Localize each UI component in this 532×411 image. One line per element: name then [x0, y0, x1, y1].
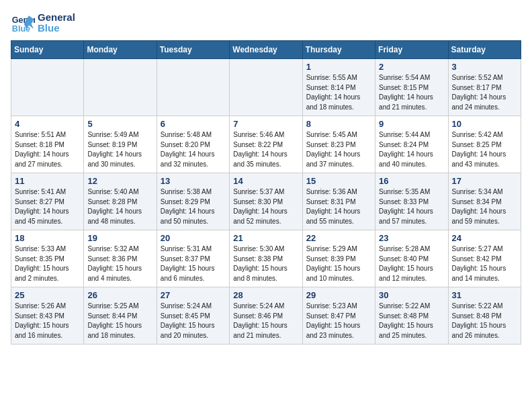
- day-number: 26: [87, 290, 152, 300]
- column-header-thursday: Thursday: [302, 41, 375, 59]
- day-number: 1: [306, 62, 371, 72]
- calendar-cell: 25Sunrise: 5:26 AMSunset: 8:43 PMDayligh…: [11, 287, 84, 345]
- day-info: Sunrise: 5:40 AMSunset: 8:28 PMDaylight:…: [87, 187, 152, 226]
- column-header-monday: Monday: [84, 41, 157, 59]
- day-info: Sunrise: 5:31 AMSunset: 8:37 PMDaylight:…: [161, 244, 226, 283]
- day-number: 11: [15, 176, 80, 186]
- column-header-tuesday: Tuesday: [157, 41, 229, 59]
- calendar-cell: 28Sunrise: 5:24 AMSunset: 8:46 PMDayligh…: [230, 287, 302, 345]
- page-header: General Blue General Blue: [11, 11, 521, 35]
- day-number: 16: [379, 176, 444, 186]
- day-info: Sunrise: 5:24 AMSunset: 8:45 PMDaylight:…: [161, 302, 226, 340]
- logo: General Blue General Blue: [11, 11, 75, 35]
- calendar-cell: 7Sunrise: 5:46 AMSunset: 8:22 PMDaylight…: [230, 116, 302, 173]
- week-row-3: 11Sunrise: 5:41 AMSunset: 8:27 PMDayligh…: [11, 173, 521, 230]
- day-number: 14: [233, 176, 298, 186]
- calendar-cell: 10Sunrise: 5:42 AMSunset: 8:25 PMDayligh…: [448, 116, 521, 173]
- calendar-cell: 8Sunrise: 5:45 AMSunset: 8:23 PMDaylight…: [302, 116, 375, 173]
- day-number: 2: [379, 62, 444, 72]
- calendar-header: SundayMondayTuesdayWednesdayThursdayFrid…: [11, 41, 521, 59]
- day-number: 19: [87, 233, 152, 243]
- week-row-1: 1Sunrise: 5:55 AMSunset: 8:14 PMDaylight…: [11, 59, 521, 116]
- day-number: 21: [233, 233, 298, 243]
- day-number: 18: [15, 233, 80, 243]
- day-number: 29: [306, 290, 371, 300]
- calendar-cell: 27Sunrise: 5:24 AMSunset: 8:45 PMDayligh…: [157, 287, 229, 345]
- calendar-cell: 15Sunrise: 5:36 AMSunset: 8:31 PMDayligh…: [302, 173, 375, 230]
- calendar-cell: 17Sunrise: 5:34 AMSunset: 8:34 PMDayligh…: [448, 173, 521, 230]
- calendar-table: SundayMondayTuesdayWednesdayThursdayFrid…: [11, 40, 521, 345]
- day-info: Sunrise: 5:26 AMSunset: 8:43 PMDaylight:…: [15, 302, 80, 340]
- calendar-cell: 14Sunrise: 5:37 AMSunset: 8:30 PMDayligh…: [230, 173, 302, 230]
- day-number: 9: [379, 119, 444, 129]
- calendar-cell: 12Sunrise: 5:40 AMSunset: 8:28 PMDayligh…: [84, 173, 157, 230]
- day-number: 27: [161, 290, 226, 300]
- day-info: Sunrise: 5:23 AMSunset: 8:47 PMDaylight:…: [306, 302, 371, 340]
- day-info: Sunrise: 5:29 AMSunset: 8:39 PMDaylight:…: [306, 244, 371, 283]
- day-info: Sunrise: 5:38 AMSunset: 8:29 PMDaylight:…: [161, 187, 226, 226]
- day-info: Sunrise: 5:22 AMSunset: 8:48 PMDaylight:…: [379, 302, 444, 340]
- column-header-wednesday: Wednesday: [230, 41, 302, 59]
- week-row-4: 18Sunrise: 5:33 AMSunset: 8:35 PMDayligh…: [11, 230, 521, 287]
- day-number: 25: [15, 290, 80, 300]
- day-info: Sunrise: 5:44 AMSunset: 8:24 PMDaylight:…: [379, 130, 444, 169]
- day-info: Sunrise: 5:24 AMSunset: 8:46 PMDaylight:…: [233, 302, 298, 340]
- column-header-sunday: Sunday: [11, 41, 84, 59]
- calendar-cell: 5Sunrise: 5:49 AMSunset: 8:19 PMDaylight…: [84, 116, 157, 173]
- day-info: Sunrise: 5:28 AMSunset: 8:40 PMDaylight:…: [379, 244, 444, 283]
- day-number: 10: [452, 119, 517, 129]
- day-number: 30: [379, 290, 444, 300]
- day-info: Sunrise: 5:51 AMSunset: 8:18 PMDaylight:…: [15, 130, 80, 169]
- calendar-cell: 1Sunrise: 5:55 AMSunset: 8:14 PMDaylight…: [302, 59, 375, 116]
- day-number: 8: [306, 119, 371, 129]
- day-info: Sunrise: 5:22 AMSunset: 8:48 PMDaylight:…: [452, 302, 517, 340]
- calendar-cell: 26Sunrise: 5:25 AMSunset: 8:44 PMDayligh…: [84, 287, 157, 345]
- logo-icon: General Blue: [11, 11, 35, 35]
- day-number: 22: [306, 233, 371, 243]
- calendar-cell: 22Sunrise: 5:29 AMSunset: 8:39 PMDayligh…: [302, 230, 375, 287]
- day-info: Sunrise: 5:34 AMSunset: 8:34 PMDaylight:…: [452, 187, 517, 226]
- day-info: Sunrise: 5:45 AMSunset: 8:23 PMDaylight:…: [306, 130, 371, 169]
- day-info: Sunrise: 5:35 AMSunset: 8:33 PMDaylight:…: [379, 187, 444, 226]
- calendar-cell: [11, 59, 84, 116]
- calendar-cell: 24Sunrise: 5:27 AMSunset: 8:42 PMDayligh…: [448, 230, 521, 287]
- day-number: 28: [233, 290, 298, 300]
- calendar-cell: 18Sunrise: 5:33 AMSunset: 8:35 PMDayligh…: [11, 230, 84, 287]
- calendar-cell: 13Sunrise: 5:38 AMSunset: 8:29 PMDayligh…: [157, 173, 229, 230]
- day-number: 4: [15, 119, 80, 129]
- day-info: Sunrise: 5:46 AMSunset: 8:22 PMDaylight:…: [233, 130, 298, 169]
- day-info: Sunrise: 5:36 AMSunset: 8:31 PMDaylight:…: [306, 187, 371, 226]
- calendar-cell: 29Sunrise: 5:23 AMSunset: 8:47 PMDayligh…: [302, 287, 375, 345]
- day-number: 17: [452, 176, 517, 186]
- day-info: Sunrise: 5:54 AMSunset: 8:15 PMDaylight:…: [379, 73, 444, 112]
- calendar-cell: 11Sunrise: 5:41 AMSunset: 8:27 PMDayligh…: [11, 173, 84, 230]
- day-info: Sunrise: 5:52 AMSunset: 8:17 PMDaylight:…: [452, 73, 517, 112]
- day-info: Sunrise: 5:49 AMSunset: 8:19 PMDaylight:…: [87, 130, 152, 169]
- calendar-cell: 19Sunrise: 5:32 AMSunset: 8:36 PMDayligh…: [84, 230, 157, 287]
- calendar-cell: [157, 59, 229, 116]
- day-number: 23: [379, 233, 444, 243]
- day-info: Sunrise: 5:25 AMSunset: 8:44 PMDaylight:…: [87, 302, 152, 340]
- calendar-cell: 30Sunrise: 5:22 AMSunset: 8:48 PMDayligh…: [375, 287, 448, 345]
- day-number: 15: [306, 176, 371, 186]
- day-number: 6: [161, 119, 226, 129]
- calendar-cell: [84, 59, 157, 116]
- day-info: Sunrise: 5:30 AMSunset: 8:38 PMDaylight:…: [233, 244, 298, 283]
- calendar-cell: 23Sunrise: 5:28 AMSunset: 8:40 PMDayligh…: [375, 230, 448, 287]
- logo-text-general: General: [38, 12, 75, 24]
- header-row: SundayMondayTuesdayWednesdayThursdayFrid…: [11, 41, 521, 59]
- column-header-friday: Friday: [375, 41, 448, 59]
- day-number: 3: [452, 62, 517, 72]
- day-info: Sunrise: 5:48 AMSunset: 8:20 PMDaylight:…: [161, 130, 226, 169]
- day-number: 12: [87, 176, 152, 186]
- day-info: Sunrise: 5:37 AMSunset: 8:30 PMDaylight:…: [233, 187, 298, 226]
- week-row-5: 25Sunrise: 5:26 AMSunset: 8:43 PMDayligh…: [11, 287, 521, 345]
- day-info: Sunrise: 5:55 AMSunset: 8:14 PMDaylight:…: [306, 73, 371, 112]
- week-row-2: 4Sunrise: 5:51 AMSunset: 8:18 PMDaylight…: [11, 116, 521, 173]
- calendar-cell: [230, 59, 302, 116]
- day-number: 20: [161, 233, 226, 243]
- calendar-body: 1Sunrise: 5:55 AMSunset: 8:14 PMDaylight…: [11, 59, 521, 345]
- calendar-cell: 21Sunrise: 5:30 AMSunset: 8:38 PMDayligh…: [230, 230, 302, 287]
- day-number: 31: [452, 290, 517, 300]
- column-header-saturday: Saturday: [448, 41, 521, 59]
